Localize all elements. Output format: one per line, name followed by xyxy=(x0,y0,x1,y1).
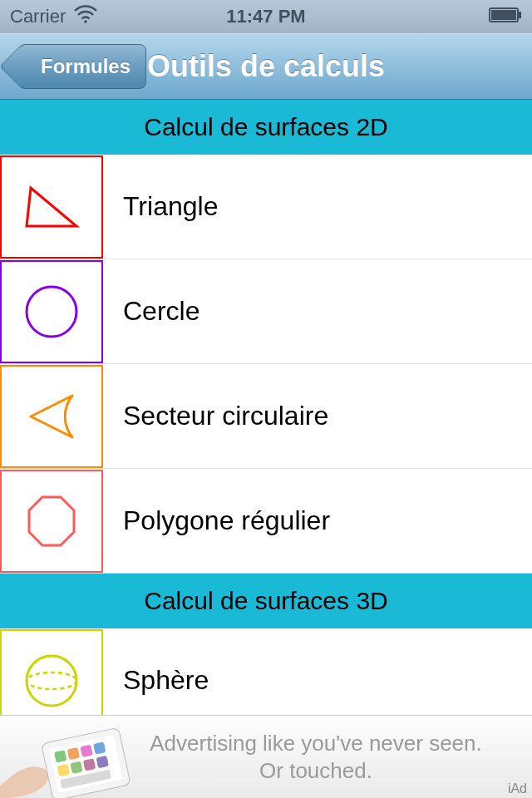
svg-rect-2 xyxy=(519,12,521,18)
svg-point-0 xyxy=(84,20,87,23)
status-bar: Carrier 11:47 PM xyxy=(0,0,532,33)
iad-mark: iAd xyxy=(508,781,527,796)
svg-rect-14 xyxy=(57,763,70,776)
back-button[interactable]: Formules xyxy=(18,44,146,89)
svg-point-7 xyxy=(27,672,76,689)
svg-rect-10 xyxy=(54,750,66,762)
circle-icon xyxy=(0,260,103,363)
ad-text: Advertising like you've never seen. Or t… xyxy=(133,730,532,784)
sphere-icon xyxy=(0,629,103,716)
svg-rect-12 xyxy=(80,744,92,756)
svg-point-6 xyxy=(27,656,76,706)
svg-rect-15 xyxy=(70,761,82,773)
svg-rect-3 xyxy=(491,10,516,20)
list-item-label: Triangle xyxy=(123,191,218,222)
list-item-label: Polygone régulier xyxy=(123,505,330,536)
section-header: Calcul de surfaces 2D xyxy=(0,100,532,155)
ad-line-2: Or touched. xyxy=(133,757,499,785)
list-item[interactable]: Triangle xyxy=(0,155,532,259)
svg-rect-13 xyxy=(93,741,106,754)
ad-line-1: Advertising like you've never seen. xyxy=(133,730,499,757)
triangle-icon xyxy=(0,155,103,259)
ad-banner[interactable]: Advertising like you've never seen. Or t… xyxy=(0,715,532,798)
ad-image xyxy=(0,716,133,799)
list-item[interactable]: Polygone régulier xyxy=(0,469,532,574)
carrier-label: Carrier xyxy=(10,6,66,27)
svg-point-4 xyxy=(27,287,76,337)
svg-rect-17 xyxy=(96,755,109,767)
list-item[interactable]: Cercle xyxy=(0,259,532,364)
battery-icon xyxy=(489,6,522,27)
nav-bar: Formules Outils de calculs xyxy=(0,33,532,100)
list-item[interactable]: Sphère xyxy=(0,628,532,715)
list-item-label: Secteur circulaire xyxy=(123,401,328,431)
list-item-label: Cercle xyxy=(123,296,200,327)
wifi-icon xyxy=(74,5,97,28)
back-button-label: Formules xyxy=(41,55,131,78)
sector-icon xyxy=(0,365,103,468)
svg-rect-11 xyxy=(67,746,80,759)
list-item[interactable]: Secteur circulaire xyxy=(0,364,532,469)
svg-rect-16 xyxy=(83,758,96,771)
svg-marker-5 xyxy=(29,497,74,545)
status-time: 11:47 PM xyxy=(226,6,305,27)
list-item-label: Sphère xyxy=(123,665,209,696)
octagon-icon xyxy=(0,470,103,573)
section-header: Calcul de surfaces 3D xyxy=(0,574,532,628)
page-title: Outils de calculs xyxy=(147,49,385,84)
list[interactable]: Calcul de surfaces 2DTriangleCercleSecte… xyxy=(0,100,532,715)
